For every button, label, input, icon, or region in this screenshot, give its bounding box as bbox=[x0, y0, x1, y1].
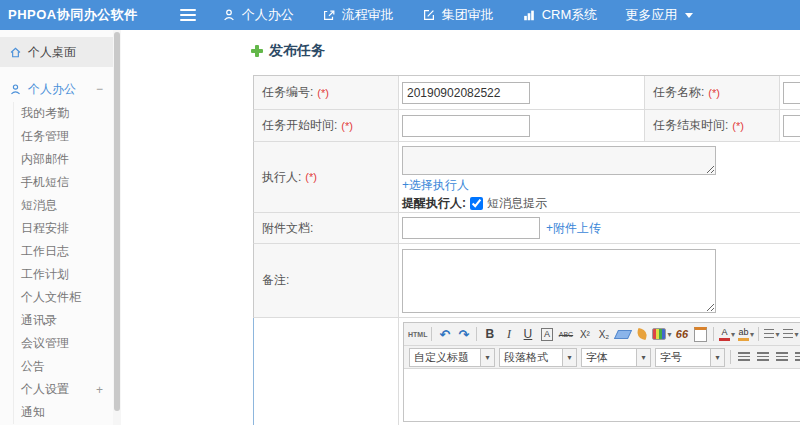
sidebar-item-meeting[interactable]: 会议管理 bbox=[14, 332, 113, 355]
required-mark: (*) bbox=[305, 171, 317, 183]
redo-button[interactable]: ↷ bbox=[455, 326, 472, 343]
attachment-label: 附件文档: bbox=[253, 213, 399, 244]
subscript-button[interactable]: X₂ bbox=[595, 326, 612, 343]
remove-format-button[interactable] bbox=[614, 326, 631, 343]
sidebar-item-personal-settings[interactable]: 个人设置 + bbox=[14, 378, 113, 401]
sidebar-item-task-management[interactable]: 任务管理 bbox=[14, 125, 113, 148]
remark-cell bbox=[399, 244, 800, 318]
unordered-list-button[interactable]: ▾ bbox=[782, 326, 799, 343]
align-left-icon bbox=[738, 352, 750, 363]
underline-button[interactable]: U bbox=[519, 326, 536, 343]
nav-personal-office[interactable]: 个人办公 bbox=[222, 6, 294, 24]
undo-button[interactable]: ↶ bbox=[436, 326, 453, 343]
required-mark: (*) bbox=[317, 87, 329, 99]
editor-toolbar-row1: HTML ↶ ↷ B I U A ABC X² X₂ ▾ 66 bbox=[404, 323, 800, 346]
sidebar-scrollbar[interactable] bbox=[113, 30, 121, 425]
select-executor-link[interactable]: +选择执行人 bbox=[402, 177, 469, 194]
align-center-button[interactable] bbox=[754, 349, 771, 366]
align-left-button[interactable] bbox=[735, 349, 752, 366]
align-justify-button[interactable] bbox=[792, 349, 800, 366]
font-color-icon: A bbox=[719, 328, 730, 341]
sidebar-item-notice[interactable]: 通知 bbox=[14, 401, 113, 424]
start-time-cell bbox=[399, 110, 645, 142]
executor-textarea[interactable] bbox=[402, 146, 716, 175]
task-name-input[interactable] bbox=[783, 82, 800, 104]
highlight-button[interactable]: ab ▾ bbox=[737, 326, 754, 343]
sidebar-item-work-plan[interactable]: 工作计划 bbox=[14, 263, 113, 286]
required-mark: (*) bbox=[708, 87, 720, 99]
editor-toolbar-row2: 自定义标题 ▾ 段落格式 ▾ 字体 ▾ 字号 ▾ bbox=[404, 346, 800, 369]
attachment-input[interactable] bbox=[402, 217, 540, 239]
italic-button[interactable]: I bbox=[500, 326, 517, 343]
source-code-button[interactable]: HTML bbox=[408, 326, 427, 343]
task-name-label: 任务名称: (*) bbox=[645, 76, 780, 110]
font-family-dropdown[interactable]: 字体 ▾ bbox=[581, 348, 651, 367]
nav-group-approval[interactable]: 集团审批 bbox=[422, 6, 494, 24]
font-color-button[interactable]: A ▾ bbox=[718, 326, 735, 343]
end-time-cell bbox=[780, 110, 800, 142]
end-time-input[interactable] bbox=[783, 115, 800, 137]
ordered-list-button[interactable]: ▾ bbox=[763, 326, 780, 343]
align-right-button[interactable] bbox=[773, 349, 790, 366]
sidebar-item-short-message[interactable]: 短消息 bbox=[14, 194, 113, 217]
start-time-input[interactable] bbox=[402, 115, 530, 137]
page-title: 发布任务 bbox=[251, 42, 325, 60]
attachment-cell: +附件上传 bbox=[399, 213, 800, 244]
sidebar-item-contacts[interactable]: 通讯录 bbox=[14, 309, 113, 332]
sidebar: 个人桌面 个人办公 − 我的考勤 任务管理 内部邮件 手机短信 短消息 日程安排… bbox=[0, 30, 114, 425]
dropdown-arrow-icon[interactable]: ▾ bbox=[562, 349, 576, 366]
user-icon bbox=[9, 83, 22, 96]
clipboard-icon bbox=[694, 327, 707, 342]
nav-more-apps[interactable]: 更多应用 bbox=[625, 6, 693, 24]
task-no-cell bbox=[399, 76, 645, 110]
dropdown-arrow-icon[interactable]: ▾ bbox=[710, 349, 724, 366]
sidebar-item-sms[interactable]: 手机短信 bbox=[14, 171, 113, 194]
sidebar-item-announcement[interactable]: 公告 bbox=[14, 355, 113, 378]
highlight-icon: ab bbox=[738, 328, 749, 341]
remark-label: 备注: bbox=[253, 244, 399, 318]
main-content: 发布任务 任务编号: (*) 任务名称: (*) 任务开始时间: (*) 任务结… bbox=[121, 30, 800, 425]
executor-cell: +选择执行人 提醒执行人: 短消息提示 bbox=[399, 142, 800, 213]
scrollbar-thumb[interactable] bbox=[114, 32, 120, 411]
sms-remind-checkbox[interactable] bbox=[470, 197, 483, 210]
remark-textarea[interactable] bbox=[402, 249, 716, 313]
sidebar-section-personal-office[interactable]: 个人办公 − bbox=[0, 76, 113, 102]
sidebar-item-desktop[interactable]: 个人桌面 bbox=[0, 37, 113, 67]
plus-icon bbox=[251, 45, 263, 57]
task-no-input[interactable] bbox=[402, 82, 530, 104]
nav-flow-approval[interactable]: 流程审批 bbox=[322, 6, 394, 24]
executor-label: 执行人: (*) bbox=[253, 142, 399, 213]
sidebar-item-schedule[interactable]: 日程安排 bbox=[14, 217, 113, 240]
sidebar-item-internal-mail[interactable]: 内部邮件 bbox=[14, 148, 113, 171]
app-title: PHPOA协同办公软件 bbox=[8, 6, 138, 24]
blockquote-button[interactable]: 66 bbox=[673, 326, 690, 343]
sidebar-submenu: 我的考勤 任务管理 内部邮件 手机短信 短消息 日程安排 工作日志 工作计划 个… bbox=[13, 102, 113, 424]
flow-approve-icon bbox=[322, 8, 336, 22]
bold-button[interactable]: B bbox=[481, 326, 498, 343]
paste-button[interactable] bbox=[692, 326, 709, 343]
menu-toggle-icon[interactable] bbox=[180, 9, 196, 21]
dropdown-arrow-icon[interactable]: ▾ bbox=[480, 349, 494, 366]
font-size-dropdown[interactable]: 字号 ▾ bbox=[655, 348, 725, 367]
collapse-icon[interactable]: − bbox=[96, 82, 103, 96]
expand-icon[interactable]: + bbox=[96, 383, 103, 397]
editor-content-area[interactable] bbox=[404, 369, 800, 421]
attachment-upload-link[interactable]: +附件上传 bbox=[546, 220, 601, 237]
sidebar-item-file-cabinet[interactable]: 个人文件柜 bbox=[14, 286, 113, 309]
editor-cell: HTML ↶ ↷ B I U A ABC X² X₂ ▾ 66 bbox=[399, 318, 800, 425]
format-brush-button[interactable] bbox=[633, 326, 650, 343]
paragraph-format-dropdown[interactable]: 段落格式 ▾ bbox=[499, 348, 577, 367]
start-time-label: 任务开始时间: (*) bbox=[253, 110, 399, 142]
required-mark: (*) bbox=[732, 120, 744, 132]
superscript-button[interactable]: X² bbox=[576, 326, 593, 343]
custom-heading-dropdown[interactable]: 自定义标题 ▾ bbox=[409, 348, 495, 367]
font-size-button[interactable]: A bbox=[538, 326, 555, 343]
sidebar-item-work-log[interactable]: 工作日志 bbox=[14, 240, 113, 263]
nav-crm[interactable]: CRM系统 bbox=[522, 6, 598, 24]
color-palette-button[interactable]: ▾ bbox=[652, 326, 671, 343]
required-mark: (*) bbox=[341, 120, 353, 132]
strikethrough-button[interactable]: ABC bbox=[557, 326, 574, 343]
sidebar-item-attendance[interactable]: 我的考勤 bbox=[14, 102, 113, 125]
end-time-label: 任务结束时间: (*) bbox=[645, 110, 780, 142]
dropdown-arrow-icon[interactable]: ▾ bbox=[636, 349, 650, 366]
